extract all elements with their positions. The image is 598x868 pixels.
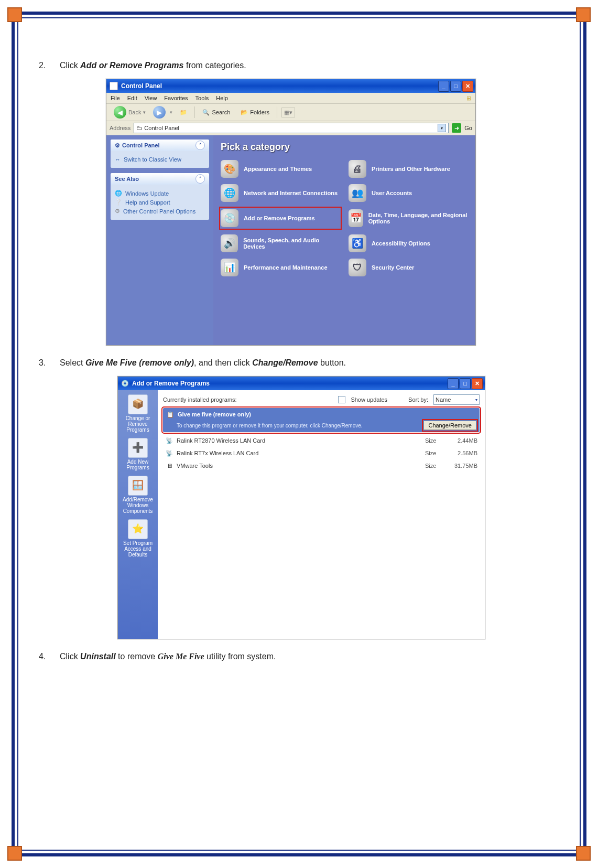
chart-icon: 📊 <box>221 259 238 276</box>
switch-classic-view[interactable]: ↔ Switch to Classic View <box>115 155 205 164</box>
main-heading: Pick a category <box>221 142 468 153</box>
printer-icon: 🖨 <box>349 160 366 178</box>
minimize-button[interactable]: _ <box>438 81 449 92</box>
users-icon: 👥 <box>349 184 366 202</box>
sort-select[interactable]: Name▾ <box>433 394 480 405</box>
menu-tools[interactable]: Tools <box>195 95 209 101</box>
menu-help[interactable]: Help <box>216 95 228 101</box>
collapse-icon[interactable]: ˄ <box>195 174 205 184</box>
window-title: Add or Remove Programs <box>132 380 210 387</box>
corner-decoration <box>7 7 22 22</box>
shield-icon: 🛡 <box>349 259 366 276</box>
folder-icon: 🗀 <box>136 125 142 131</box>
sidebar: ⚙Control Panel ˄ ↔ Switch to Classic Vie… <box>106 135 213 345</box>
control-panel-window: Control Panel _ □ ✕ File Edit View Favor… <box>106 79 476 346</box>
arrow-icon: ↔ <box>115 156 121 163</box>
palette-icon: 🎨 <box>221 160 238 178</box>
category-network[interactable]: 🌐Network and Internet Connections <box>221 184 340 202</box>
step-number: 4. <box>39 652 46 661</box>
program-icon: 📋 <box>166 410 175 419</box>
sidebar-add-new[interactable]: ➕Add New Programs <box>119 438 157 470</box>
main-area: Currently installed programs: Show updat… <box>158 390 485 639</box>
see-also-windows-update[interactable]: 🌐Windows Update <box>115 189 205 198</box>
sidebar-windows-components[interactable]: 🪟Add/Remove Windows Components <box>119 476 157 514</box>
app-icon <box>110 82 118 90</box>
close-button[interactable]: ✕ <box>462 81 473 92</box>
see-also-other[interactable]: ⚙Other Control Panel Options <box>115 207 205 216</box>
maximize-button[interactable]: □ <box>450 81 461 92</box>
maximize-button[interactable]: □ <box>460 378 471 389</box>
address-label: Address <box>110 125 131 131</box>
search-button[interactable]: 🔍 Search <box>199 108 233 117</box>
step-number: 3. <box>39 358 46 368</box>
calendar-icon: 📅 <box>349 209 363 227</box>
sidebar: 📦Change or Remove Programs ➕Add New Prog… <box>118 390 158 639</box>
corner-decoration <box>7 846 22 861</box>
menu-favorites[interactable]: Favorites <box>164 95 188 101</box>
installed-label: Currently installed programs: <box>163 397 237 403</box>
sidebar-change-remove[interactable]: 📦Change or Remove Programs <box>119 394 157 433</box>
titlebar[interactable]: Control Panel _ □ ✕ <box>106 79 475 93</box>
category-accessibility[interactable]: ♿Accessibility Options <box>349 234 468 252</box>
speaker-icon: 🔊 <box>221 234 238 252</box>
collapse-icon[interactable]: ˄ <box>195 141 205 150</box>
see-also-help[interactable]: ❔Help and Support <box>115 198 205 207</box>
category-users[interactable]: 👥User Accounts <box>349 184 468 202</box>
category-printers[interactable]: 🖨Printers and Other Hardware <box>349 160 468 178</box>
category-sounds[interactable]: 🔊Sounds, Speech, and Audio Devices <box>221 234 340 252</box>
menu-view[interactable]: View <box>145 95 157 101</box>
go-label: Go <box>464 125 472 131</box>
program-icon: 🖥 <box>165 462 173 470</box>
step-2: 2. Click Add or Remove Programs from cat… <box>39 61 559 70</box>
show-updates-checkbox[interactable] <box>338 396 345 403</box>
accessibility-icon: ♿ <box>349 234 366 252</box>
address-bar: Address 🗀 Control Panel ▾ ➜ Go <box>106 121 475 135</box>
corner-decoration <box>576 846 591 861</box>
program-row[interactable]: 📡 Ralink RT7x Wireless LAN Card Size 2.5… <box>163 447 480 459</box>
program-row[interactable]: 📡 Ralink RT2870 Wireless LAN Card Size 2… <box>163 434 480 447</box>
toolbar: ◀Back▾ ▶ ▾ 📁 🔍 Search 📂 Folders ▦▾ <box>106 104 475 121</box>
menu-file[interactable]: File <box>111 95 120 101</box>
step-3: 3. Select Give Me Five (remove only), an… <box>39 358 559 368</box>
address-input[interactable]: 🗀 Control Panel ▾ <box>134 123 449 133</box>
window-title: Control Panel <box>121 82 162 90</box>
sidebar-set-access[interactable]: ⭐Set Program Access and Defaults <box>119 519 157 558</box>
star-icon: ⭐ <box>128 519 148 539</box>
sort-label: Sort by: <box>408 397 428 403</box>
program-icon: 📡 <box>165 449 173 457</box>
folders-button[interactable]: 📂 Folders <box>237 108 273 117</box>
category-security[interactable]: 🛡Security Center <box>349 259 468 276</box>
window-icon: 🪟 <box>128 476 148 496</box>
change-remove-button[interactable]: Change/Remove <box>423 421 476 430</box>
menu-edit[interactable]: Edit <box>127 95 137 101</box>
selected-program[interactable]: 📋 Give me five (remove only) To change t… <box>163 408 480 432</box>
back-button[interactable]: ◀Back▾ <box>111 105 149 120</box>
program-row[interactable]: 🖥 VMware Tools Size 31.75MB <box>163 459 480 472</box>
corner-decoration <box>576 7 591 22</box>
main-area: Pick a category 🎨Appearance and Themes 🖨… <box>213 135 475 345</box>
category-add-remove-programs[interactable]: 💿Add or Remove Programs <box>221 208 340 228</box>
views-button[interactable]: ▦▾ <box>281 108 295 117</box>
settings-icon: ⚙ <box>115 142 120 149</box>
menubar: File Edit View Favorites Tools Help ⊞ <box>106 93 475 104</box>
up-button[interactable]: 📁 <box>177 108 190 117</box>
address-dropdown[interactable]: ▾ <box>438 124 446 132</box>
category-performance[interactable]: 📊Performance and Maintenance <box>221 259 340 276</box>
category-date-time[interactable]: 📅Date, Time, Language, and Regional Opti… <box>349 208 468 228</box>
step-text: Select Give Me Five (remove only), and t… <box>60 358 346 368</box>
sidebar-panel-control-panel: ⚙Control Panel ˄ ↔ Switch to Classic Vie… <box>111 140 209 168</box>
windows-flag-icon: ⊞ <box>466 95 471 102</box>
step-4: 4. Click Uninstall to remove Give Me Fiv… <box>39 652 559 661</box>
close-button[interactable]: ✕ <box>472 378 483 389</box>
forward-button[interactable]: ▶ <box>153 106 166 119</box>
step-text: Click Uninstall to remove Give Me Five u… <box>60 652 276 661</box>
titlebar[interactable]: 💿 Add or Remove Programs _ □ ✕ <box>118 377 485 390</box>
app-icon: 💿 <box>121 380 129 387</box>
box-icon: 📦 <box>128 394 148 414</box>
category-appearance[interactable]: 🎨Appearance and Themes <box>221 160 340 178</box>
help-icon: ❔ <box>115 199 122 206</box>
add-remove-programs-window: 💿 Add or Remove Programs _ □ ✕ 📦Change o… <box>117 376 485 639</box>
globe-icon: 🌐 <box>221 184 238 202</box>
go-button[interactable]: ➜ <box>452 123 461 133</box>
minimize-button[interactable]: _ <box>448 378 459 389</box>
